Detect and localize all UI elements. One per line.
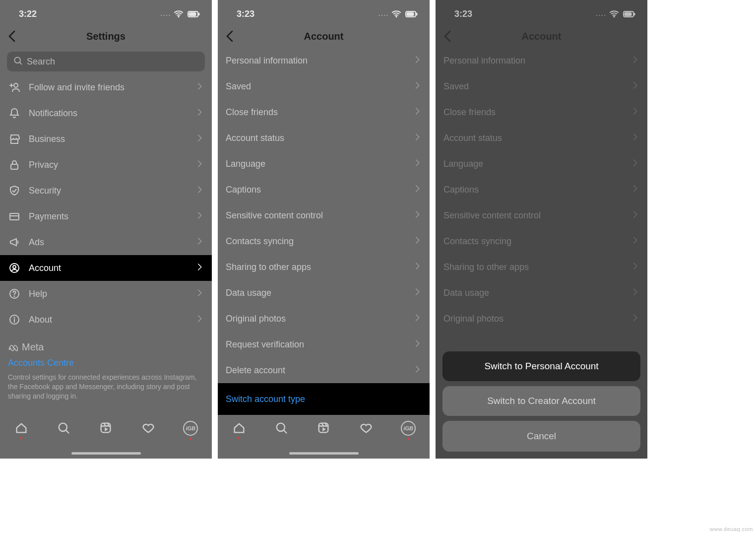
profile-avatar-icon: iGB [401, 421, 416, 436]
chevron-right-icon [413, 105, 422, 120]
help-circle-icon [8, 288, 21, 300]
list-item-label: Sharing to other apps [226, 262, 405, 272]
list-item[interactable]: Notifications [0, 100, 212, 126]
list-item-label: Business [29, 134, 187, 144]
list-item[interactable]: Original photos [218, 306, 430, 332]
page-title: Settings [0, 31, 212, 42]
chevron-right-icon [195, 106, 204, 121]
screen-settings: 3:22 .... Settings Search Follow and inv… [0, 0, 212, 459]
list-item-label: Close friends [226, 107, 405, 118]
tab-search[interactable] [271, 421, 291, 441]
sheet-switch-creator[interactable]: Switch to Creator Account [442, 386, 640, 416]
list-item-label: Account status [226, 133, 405, 143]
search-icon [13, 56, 23, 68]
list-item[interactable]: Help [0, 281, 212, 307]
card-icon [8, 210, 21, 222]
battery-icon [186, 8, 201, 20]
list-item[interactable]: Security [0, 178, 212, 203]
tab-home[interactable] [229, 421, 249, 441]
megaphone-icon [8, 236, 21, 248]
tab-activity[interactable] [356, 421, 376, 441]
sheet-cancel[interactable]: Cancel [442, 421, 640, 452]
tab-profile[interactable]: iGB [181, 421, 200, 441]
status-bar: 3:23 .... [218, 0, 430, 25]
list-item[interactable]: Privacy [0, 152, 212, 178]
list-item-label: Captions [226, 185, 405, 195]
status-right: .... [378, 8, 419, 20]
tab-activity[interactable] [138, 421, 158, 441]
list-item[interactable]: Language [218, 151, 430, 177]
person-circle-icon [8, 262, 21, 274]
list-item-label: Switch account type [226, 394, 422, 404]
list-item-label: Contacts syncing [226, 236, 405, 247]
list-item[interactable]: Account [0, 255, 212, 281]
list-item[interactable]: Payments [0, 203, 212, 229]
back-button[interactable] [5, 29, 19, 43]
list-item[interactable]: Sharing to other apps [218, 254, 430, 280]
list-item[interactable]: About [0, 307, 212, 333]
accounts-centre-link[interactable]: Accounts Centre [8, 357, 204, 369]
tab-reels[interactable] [314, 421, 333, 441]
list-item-label: Account [29, 263, 187, 273]
accounts-centre-block: Meta Accounts Centre Control settings fo… [0, 333, 212, 406]
chevron-right-icon [195, 183, 204, 199]
header: Account [218, 25, 430, 48]
list-item-label: Data usage [226, 288, 405, 298]
sheet-switch-personal[interactable]: Switch to Personal Account [442, 351, 640, 381]
list-item[interactable]: Account status [218, 125, 430, 151]
list-item[interactable]: Delete account [218, 357, 430, 383]
list-item-label: Help [29, 289, 187, 299]
user-plus-icon [8, 81, 21, 93]
chevron-right-icon [195, 132, 204, 147]
list-item-label: Personal information [226, 56, 405, 66]
list-item[interactable]: Personal information [218, 48, 430, 73]
list-item-label: Privacy [29, 160, 187, 170]
chevron-right-icon [413, 79, 422, 94]
list-item[interactable]: Data usage [218, 280, 430, 306]
status-time: 3:23 [237, 9, 254, 19]
lock-icon [8, 159, 21, 171]
wifi-icon [391, 8, 402, 19]
header: Settings [0, 25, 212, 48]
list-item[interactable]: Sensitive content control [218, 202, 430, 228]
chevron-right-icon [195, 286, 204, 302]
tab-reels[interactable] [96, 421, 116, 441]
list-item[interactable]: Switch account type [218, 383, 430, 415]
list-item[interactable]: Captions [218, 177, 430, 202]
list-item-label: Original photos [226, 314, 405, 324]
tab-home[interactable] [11, 421, 31, 441]
screen-account: 3:23 .... Account Personal informationSa… [218, 0, 430, 459]
search-input[interactable]: Search [7, 52, 205, 71]
chevron-right-icon [413, 337, 422, 352]
bell-icon [8, 107, 21, 119]
action-sheet: Switch to Personal Account Switch to Cre… [442, 351, 640, 452]
list-item-label: Request verification [226, 339, 405, 350]
chevron-right-icon [195, 312, 204, 328]
list-item-label: About [29, 315, 187, 325]
list-item[interactable]: Ads [0, 229, 212, 255]
list-item-label: Follow and invite friends [29, 82, 187, 93]
shield-icon [8, 185, 21, 197]
list-item[interactable]: Saved [218, 73, 430, 99]
list-item[interactable]: Contacts syncing [218, 228, 430, 254]
list-item[interactable]: Follow and invite friends [0, 74, 212, 100]
chevron-right-icon [195, 209, 204, 224]
chevron-right-icon [413, 53, 422, 68]
info-circle-icon [8, 314, 21, 326]
back-button[interactable] [223, 29, 237, 43]
list-item-label: Security [29, 186, 187, 196]
list-item[interactable]: Request verification [218, 332, 430, 357]
screen-account-sheet: 3:23 .... Account Personal informationSa… [436, 0, 647, 459]
home-indicator [289, 452, 359, 455]
chevron-right-icon [413, 363, 422, 378]
tab-profile[interactable]: iGB [398, 421, 418, 441]
search-placeholder: Search [27, 57, 55, 67]
list-item-label: Notifications [29, 108, 187, 119]
list-item[interactable]: Close friends [218, 99, 430, 125]
tab-search[interactable] [54, 421, 73, 441]
list-item-label: Language [226, 159, 405, 169]
account-list: Personal informationSavedClose friendsAc… [218, 48, 430, 415]
chevron-right-icon [413, 182, 422, 198]
wifi-icon [173, 8, 184, 19]
list-item[interactable]: Business [0, 126, 212, 152]
